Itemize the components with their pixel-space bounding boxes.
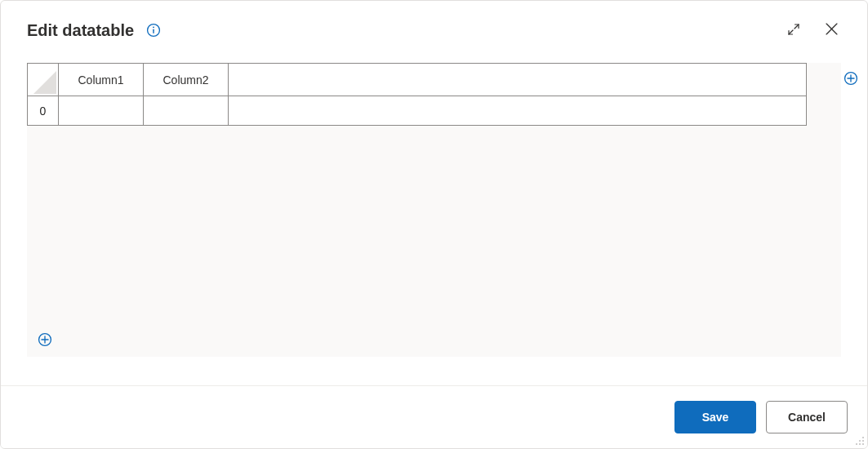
info-icon[interactable] — [145, 22, 162, 38]
row-index-header[interactable]: 0 — [28, 96, 59, 126]
data-cell[interactable] — [59, 96, 144, 126]
svg-point-9 — [859, 443, 861, 445]
data-cell[interactable] — [229, 96, 807, 126]
add-row-button[interactable] — [37, 332, 53, 349]
column-header[interactable]: Column2 — [144, 64, 229, 96]
table-wrap: Column1 Column2 0 — [27, 63, 841, 126]
column-header-empty[interactable] — [229, 64, 807, 96]
table-row: 0 — [28, 96, 807, 126]
svg-point-8 — [856, 443, 857, 445]
datatable-editor-area: Column1 Column2 0 — [27, 63, 841, 357]
plus-circle-icon — [38, 332, 52, 349]
plus-circle-icon — [844, 71, 858, 88]
svg-point-1 — [153, 27, 154, 29]
dialog-title: Edit datatable — [27, 21, 134, 40]
header-row: Column1 Column2 — [28, 64, 807, 96]
resize-grip-icon[interactable] — [853, 434, 865, 446]
save-button[interactable]: Save — [674, 401, 756, 433]
close-button[interactable] — [818, 17, 844, 43]
data-cell[interactable] — [144, 96, 229, 126]
svg-point-6 — [859, 440, 861, 442]
datatable: Column1 Column2 0 — [27, 63, 807, 126]
add-column-button[interactable] — [843, 71, 859, 87]
svg-point-7 — [862, 440, 864, 442]
dialog-header: Edit datatable — [1, 1, 867, 51]
cancel-button[interactable]: Cancel — [766, 401, 848, 433]
close-icon — [826, 23, 838, 38]
svg-point-5 — [862, 437, 864, 438]
corner-triangle-icon — [33, 71, 56, 94]
svg-rect-2 — [153, 29, 154, 33]
expand-icon — [788, 24, 799, 38]
dialog-footer: Save Cancel — [1, 385, 867, 448]
select-all-corner[interactable] — [28, 64, 59, 96]
expand-button[interactable] — [781, 17, 807, 43]
column-header[interactable]: Column1 — [59, 64, 144, 96]
svg-point-10 — [862, 443, 864, 445]
